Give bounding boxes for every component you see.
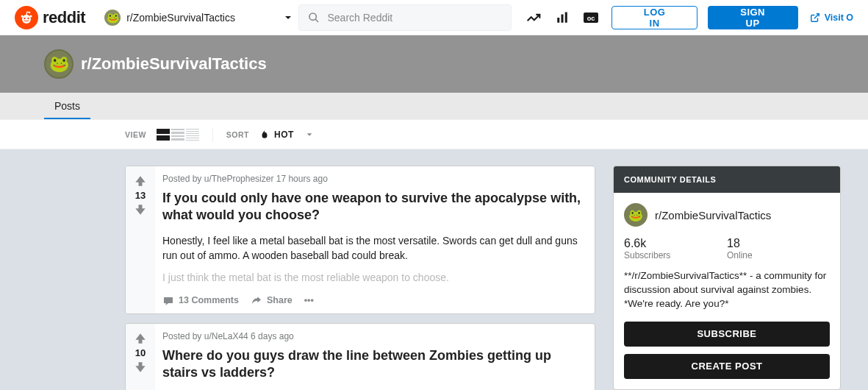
svg-point-4 (21, 15, 24, 17)
post-score: 10 (135, 347, 146, 358)
vote-column: 13 (126, 166, 155, 313)
subscribe-button[interactable]: SUBSCRIBE (624, 322, 830, 347)
post-title[interactable]: If you could only have one weapon to sur… (162, 190, 583, 224)
reddit-icon (15, 6, 38, 29)
post-author-link[interactable]: u/NeLaX44 (204, 331, 248, 341)
subscribers-count: 6.6k (624, 237, 727, 250)
comments-button[interactable]: 13 Comments (162, 294, 239, 306)
upvote-icon[interactable] (133, 331, 148, 346)
visit-old-link[interactable]: Visit O (810, 13, 853, 23)
oc-icon[interactable]: oc (584, 13, 598, 23)
view-classic[interactable] (171, 129, 184, 141)
svg-point-1 (24, 17, 25, 18)
svg-rect-9 (562, 14, 564, 22)
signup-button[interactable]: SIGN UP (708, 6, 798, 29)
downvote-icon[interactable] (133, 360, 148, 375)
online-count: 18 (727, 237, 830, 250)
post-card[interactable]: 13 Posted by u/TheProphesizer 17 hours a… (125, 166, 595, 314)
view-label: VIEW (125, 130, 146, 139)
community-description: **/r/ZombieSurvivalTactics** - a communi… (624, 269, 830, 311)
post-score: 13 (135, 190, 146, 201)
divider (212, 127, 213, 142)
subreddit-avatar: 🐸 (44, 49, 73, 79)
logo-text: reddit (43, 8, 85, 27)
sort-label: SORT (226, 130, 249, 139)
subscribers-label: Subscribers (624, 250, 727, 260)
svg-point-0 (22, 15, 31, 24)
card-header: COMMUNITY DETAILS (614, 166, 840, 193)
sort-value: HOT (274, 130, 294, 140)
post-author-link[interactable]: u/TheProphesizer (204, 174, 274, 184)
caret-down-icon (306, 131, 313, 138)
subreddit-switcher[interactable]: 🐸 r/ZombieSurvivalTactics (104, 10, 293, 26)
svg-text:oc: oc (587, 14, 595, 21)
view-card[interactable] (157, 129, 170, 141)
svg-point-3 (30, 15, 32, 17)
svg-rect-10 (565, 12, 567, 22)
more-button[interactable]: ••• (304, 295, 314, 305)
svg-point-2 (27, 17, 29, 18)
community-details-card: COMMUNITY DETAILS 🐸 r/ZombieSurvivalTact… (613, 166, 841, 390)
create-post-button[interactable]: CREATE POST (624, 354, 830, 379)
share-icon (251, 294, 262, 306)
downvote-icon[interactable] (133, 202, 148, 217)
post-card[interactable]: 10 Posted by u/NeLaX44 6 days ago Where … (125, 323, 595, 390)
search-icon (308, 12, 320, 24)
upvote-icon[interactable] (133, 174, 148, 188)
search-input[interactable] (327, 12, 502, 24)
community-name[interactable]: r/ZombieSurvivalTactics (655, 209, 771, 221)
search-box[interactable] (298, 4, 512, 31)
community-avatar-icon: 🐸 (624, 203, 648, 227)
trending-icon[interactable] (526, 10, 541, 25)
stats-icon[interactable] (556, 11, 569, 24)
vote-column: 10 (126, 324, 155, 390)
svg-point-6 (309, 13, 316, 20)
visit-label: Visit O (825, 13, 853, 23)
reddit-logo[interactable]: reddit (15, 6, 85, 29)
subreddit-avatar-icon: 🐸 (104, 10, 121, 26)
sort-selector[interactable]: HOT (259, 129, 313, 141)
share-button[interactable]: Share (251, 294, 293, 306)
subreddit-title: r/ZombieSurvivalTactics (81, 54, 267, 74)
view-compact[interactable] (186, 129, 199, 141)
online-label: Online (727, 250, 830, 260)
svg-rect-8 (558, 18, 560, 23)
svg-line-13 (814, 13, 818, 18)
sort-bar: VIEW SORT HOT (0, 120, 868, 149)
subreddit-switcher-label: r/ZombieSurvivalTactics (126, 12, 235, 24)
caret-down-icon (284, 13, 293, 22)
tab-posts[interactable]: Posts (44, 100, 90, 119)
post-meta: Posted by u/TheProphesizer 17 hours ago (162, 174, 583, 184)
login-button[interactable]: LOG IN (611, 6, 697, 29)
post-meta: Posted by u/NeLaX44 6 days ago (162, 331, 583, 341)
svg-point-5 (29, 11, 31, 13)
flame-icon (259, 129, 270, 141)
comment-icon (162, 294, 174, 306)
tab-bar: Posts (0, 93, 868, 120)
subreddit-banner: 🐸 r/ZombieSurvivalTactics (0, 35, 868, 93)
post-excerpt: Honestly, I feel like a metal baseball b… (162, 233, 583, 286)
svg-line-7 (315, 19, 318, 22)
post-title[interactable]: Where do you guys draw the line between … (162, 347, 583, 382)
external-link-icon (810, 13, 820, 23)
